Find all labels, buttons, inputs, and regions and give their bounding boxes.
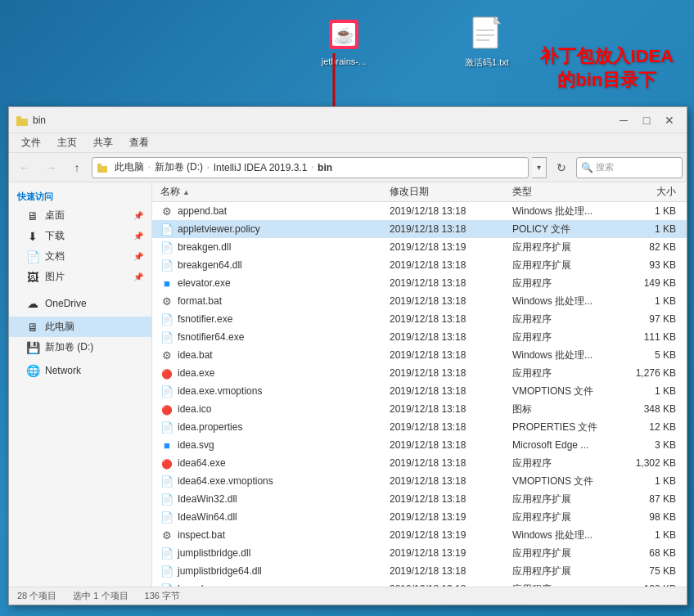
sidebar-item-newvolume[interactable]: 💾 新加卷 (D:) xyxy=(9,337,151,357)
file-size-cell: 1 KB xyxy=(615,295,680,307)
maximize-button[interactable]: □ xyxy=(636,112,657,128)
file-row[interactable]: ■ elevator.exe 2019/12/18 13:18 应用程序 149… xyxy=(152,274,687,292)
file-type-icon: ⚙ xyxy=(160,295,174,308)
status-size: 136 字节 xyxy=(145,590,180,602)
file-name-cell: ⚙ idea.bat xyxy=(156,349,385,362)
file-row[interactable]: 📄 breakgen64.dll 2019/12/18 13:18 应用程序扩展… xyxy=(152,256,687,274)
sidebar: 快速访问 🖥 桌面 📌 ⬇ 下载 📌 📄 文档 📌 🖼 xyxy=(9,182,152,587)
col-header-date[interactable]: 修改日期 xyxy=(385,185,508,199)
file-type-cell: 图标 xyxy=(508,402,615,416)
sidebar-item-documents[interactable]: 📄 文档 📌 xyxy=(9,246,151,267)
column-headers: 名称 ▲ 修改日期 类型 大小 xyxy=(152,182,687,202)
file-row[interactable]: 📄 breakgen.dll 2019/12/18 13:19 应用程序扩展 8… xyxy=(152,238,687,256)
file-name-cell: 📄 fsnotifier.exe xyxy=(156,313,385,326)
address-dropdown-button[interactable]: ▾ xyxy=(532,157,547,178)
menu-file[interactable]: 文件 xyxy=(13,133,49,152)
file-row[interactable]: 🔴 idea64.exe 2019/12/18 13:18 应用程序 1,302… xyxy=(152,454,687,472)
file-type-icon: ⚙ xyxy=(160,529,174,542)
file-type-cell: VMOPTIONS 文件 xyxy=(508,384,615,398)
crumb-thispc[interactable]: 此电脑 xyxy=(112,160,146,175)
desktop-icon-jetbrains[interactable]: ☕ jetbrains-... xyxy=(311,15,376,66)
file-name-cell: ■ elevator.exe xyxy=(156,277,385,290)
sidebar-item-thispc[interactable]: 🖥 此电脑 xyxy=(9,317,151,337)
file-size-cell: 1,302 KB xyxy=(615,457,680,469)
file-date-cell: 2019/12/18 13:19 xyxy=(385,511,508,523)
file-type-icon: 📄 xyxy=(160,547,174,560)
file-date-cell: 2019/12/18 13:19 xyxy=(385,529,508,541)
col-header-type[interactable]: 类型 xyxy=(508,185,615,199)
search-box[interactable]: 🔍 搜索 xyxy=(576,157,683,178)
up-button[interactable]: ↑ xyxy=(65,157,88,178)
file-row[interactable]: 📄 appletviewer.policy 2019/12/18 13:18 P… xyxy=(152,220,687,238)
file-row[interactable]: 📄 idea.properties 2019/12/18 13:18 PROPE… xyxy=(152,418,687,436)
file-type-icon: 📄 xyxy=(160,475,174,488)
file-row[interactable]: 📄 idea.exe.vmoptions 2019/12/18 13:18 VM… xyxy=(152,382,687,400)
file-row[interactable]: ■ idea.svg 2019/12/18 13:18 Microsoft Ed… xyxy=(152,436,687,454)
title-bar-icon xyxy=(16,114,29,127)
crumb-bin[interactable]: bin xyxy=(315,161,335,174)
file-size-cell: 93 KB xyxy=(615,259,680,271)
file-row[interactable]: 🔴 idea.ico 2019/12/18 13:18 图标 348 KB xyxy=(152,400,687,418)
sidebar-item-onedrive-label: OneDrive xyxy=(45,298,143,309)
file-row[interactable]: 📄 idea64.exe.vmoptions 2019/12/18 13:18 … xyxy=(152,472,687,490)
file-row[interactable]: 📄 launcher.exe 2019/12/18 13:18 应用程序 123… xyxy=(152,580,687,587)
sidebar-section-quickaccess[interactable]: 快速访问 xyxy=(9,187,151,205)
file-size-cell: 1 KB xyxy=(615,205,680,217)
minimize-button[interactable]: ─ xyxy=(613,112,634,128)
file-date-cell: 2019/12/18 13:18 xyxy=(385,421,508,433)
close-button[interactable]: ✕ xyxy=(659,112,680,128)
sidebar-item-desktop[interactable]: 🖥 桌面 📌 xyxy=(9,205,151,226)
sidebar-item-onedrive[interactable]: ☁ OneDrive xyxy=(9,294,151,313)
file-row[interactable]: 📄 jumplistbridge.dll 2019/12/18 13:19 应用… xyxy=(152,544,687,562)
col-header-size[interactable]: 大小 xyxy=(615,185,680,199)
pictures-sidebar-icon: 🖼 xyxy=(25,271,40,284)
file-type-icon: ⚙ xyxy=(160,349,174,362)
file-row[interactable]: 📄 IdeaWin64.dll 2019/12/18 13:19 应用程序扩展 … xyxy=(152,508,687,526)
sidebar-item-pictures[interactable]: 🖼 图片 📌 xyxy=(9,267,151,287)
sidebar-item-downloads[interactable]: ⬇ 下载 📌 xyxy=(9,226,151,246)
file-row[interactable]: ⚙ idea.bat 2019/12/18 13:18 Windows 批处理.… xyxy=(152,346,687,364)
file-row[interactable]: 🔴 idea.exe 2019/12/18 13:18 应用程序 1,276 K… xyxy=(152,364,687,382)
sidebar-item-network[interactable]: 🌐 Network xyxy=(9,361,151,380)
file-row[interactable]: 📄 fsnotifier.exe 2019/12/18 13:18 应用程序 9… xyxy=(152,310,687,328)
file-type-icon: 📄 xyxy=(160,313,174,326)
file-size-cell: 149 KB xyxy=(615,277,680,289)
file-date-cell: 2019/12/18 13:18 xyxy=(385,403,508,415)
file-row[interactable]: 📄 fsnotifier64.exe 2019/12/18 13:18 应用程序… xyxy=(152,328,687,346)
file-size-cell: 12 KB xyxy=(615,421,680,433)
status-count: 28 个项目 xyxy=(17,590,56,602)
back-button[interactable]: ← xyxy=(13,157,36,178)
file-row[interactable]: ⚙ inspect.bat 2019/12/18 13:19 Windows 批… xyxy=(152,526,687,544)
forward-button[interactable]: → xyxy=(39,157,62,178)
refresh-button[interactable]: ↻ xyxy=(550,157,573,178)
file-type-icon: ■ xyxy=(160,277,174,290)
sidebar-item-documents-label: 文档 xyxy=(45,250,128,263)
file-size-cell: 1,276 KB xyxy=(615,367,680,379)
file-size-cell: 5 KB xyxy=(615,349,680,361)
desktop-icon-activation[interactable]: 激活码1.txt xyxy=(454,15,520,69)
file-row[interactable]: ⚙ format.bat 2019/12/18 13:18 Windows 批处… xyxy=(152,292,687,310)
file-row[interactable]: 📄 jumplistbridge64.dll 2019/12/18 13:18 … xyxy=(152,562,687,580)
crumb-idea[interactable]: IntelliJ IDEA 2019.3.1 xyxy=(211,161,310,174)
menu-share[interactable]: 共享 xyxy=(85,133,121,152)
address-crumbs: 此电脑 › 新加卷 (D:) › IntelliJ IDEA 2019.3.1 … xyxy=(97,160,335,175)
network-icon: 🌐 xyxy=(25,364,40,377)
file-size-cell: 1 KB xyxy=(615,475,680,487)
file-date-cell: 2019/12/18 13:18 xyxy=(385,223,508,235)
crumb-newvol[interactable]: 新加卷 (D:) xyxy=(152,160,205,175)
file-type-icon: 📄 xyxy=(160,241,174,254)
sidebar-item-downloads-label: 下载 xyxy=(45,229,128,243)
svg-text:☕: ☕ xyxy=(334,25,354,45)
file-row[interactable]: ⚙ append.bat 2019/12/18 13:18 Windows 批处… xyxy=(152,202,687,220)
menu-home[interactable]: 主页 xyxy=(49,133,85,152)
file-type-icon: 📄 xyxy=(160,421,174,434)
address-bar[interactable]: 此电脑 › 新加卷 (D:) › IntelliJ IDEA 2019.3.1 … xyxy=(92,157,529,178)
menu-view[interactable]: 查看 xyxy=(121,133,157,152)
file-date-cell: 2019/12/18 13:18 xyxy=(385,205,508,217)
file-row[interactable]: 📄 IdeaWin32.dll 2019/12/18 13:18 应用程序扩展 … xyxy=(152,490,687,508)
col-header-name[interactable]: 名称 ▲ xyxy=(156,185,385,199)
file-name-cell: 🔴 idea.exe xyxy=(156,367,385,380)
file-date-cell: 2019/12/18 13:18 xyxy=(385,493,508,505)
file-date-cell: 2019/12/18 13:18 xyxy=(385,277,508,289)
file-type-cell: 应用程序扩展 xyxy=(508,492,615,506)
